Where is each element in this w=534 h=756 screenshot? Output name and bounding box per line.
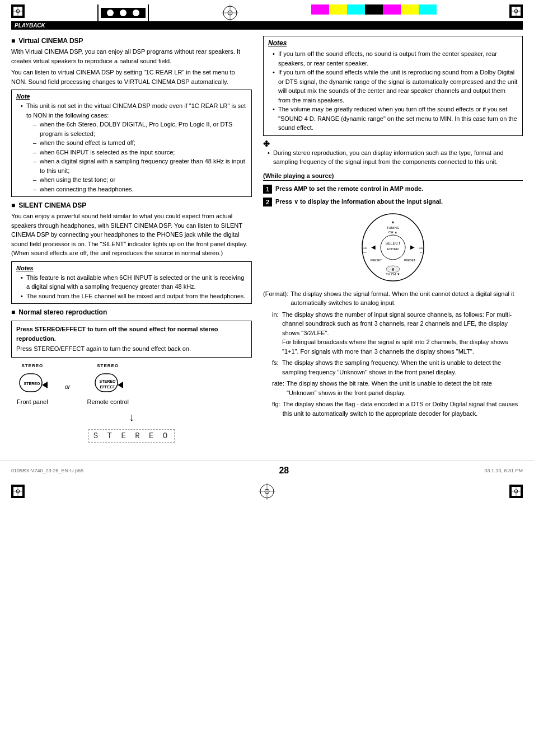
reg-marks-left (11, 4, 25, 18)
page: PLAYBACK Virtual CINEMA DSP With Virtual… (0, 0, 534, 756)
fs-text: The display shows the sampling frequency… (282, 358, 523, 377)
remote-control-svg: ▲ TUNING CH ▲ CH — CH + SELECT ENTER (348, 211, 438, 284)
tip-section: ✤ During stereo reproduction, you can di… (263, 139, 523, 167)
note-item-1: If you turn off the sound effects, no so… (273, 49, 518, 68)
sub-item: when connecting the headphones. (33, 185, 247, 194)
normal-stereo-title: Normal stereo reproduction (11, 308, 252, 316)
stereo-display: S T E R E O (11, 425, 252, 447)
svg-text:ENTER: ENTER (387, 247, 399, 251)
virtual-cinema-para2: You can listen to virtual CINEMA DSP by … (11, 68, 252, 86)
step-2: 2 Press ∨ to display the information abo… (263, 197, 523, 206)
right-notes-list: If you turn off the sound effects, no so… (268, 49, 518, 133)
rate-item: rate: The display shows the bit rate. Wh… (263, 379, 523, 397)
black-block (365, 4, 383, 15)
magenta-block2 (383, 4, 401, 15)
stereo-instruction: Press STEREO/EFFECT to turn off the soun… (16, 325, 247, 343)
section-label: PLAYBACK (15, 22, 45, 29)
main-content: Virtual CINEMA DSP With Virtual CINEMA D… (0, 30, 534, 449)
in-text: The display shows the number of input si… (282, 310, 523, 356)
remote-control-icon: STEREO STEREO EFFECT Remote control (87, 363, 129, 405)
stereo-instruction-sub: Press STEREO/EFFECT again to turn the so… (16, 344, 247, 354)
bottom-reg-left (11, 485, 25, 499)
bottom-reg-right (509, 485, 523, 499)
svg-text:+: + (420, 251, 422, 254)
sub-item: when the 6ch Stereo, DOLBY DIGITAL, Pro … (33, 120, 247, 138)
press-chevron-icon: ∨ (294, 198, 300, 205)
remote-stereo-svg: STEREO EFFECT (92, 369, 123, 397)
rate-text: The display shows the bit rate. When the… (287, 379, 523, 397)
stereo-label-top: STEREO (21, 363, 43, 368)
virtual-cinema-title: Virtual CINEMA DSP (11, 37, 252, 45)
svg-text:SELECT: SELECT (385, 241, 401, 245)
remote-diagram: ▲ TUNING CH ▲ CH — CH + SELECT ENTER (263, 211, 523, 285)
in-label: in: (263, 310, 280, 356)
top-registration-bar (97, 4, 149, 21)
svg-marker-24 (118, 382, 123, 388)
svg-text:CH: CH (419, 246, 424, 250)
sub-item: when a digital signal with a sampling fr… (33, 157, 247, 175)
format-label: (Format): (263, 289, 288, 308)
svg-text:TV CH ▼: TV CH ▼ (386, 273, 400, 276)
while-playing-heading: (While playing a source) (263, 172, 523, 181)
right-column: Notes If you turn off the sound effects,… (263, 32, 523, 449)
format-descriptions: (Format): The display shows the signal f… (263, 289, 523, 419)
cyan-block2 (419, 4, 437, 15)
arrow-down-icon: ↓ (11, 411, 252, 424)
display-text: S T E R E O (88, 429, 175, 443)
flg-item: flg: The display shows the flag - data e… (263, 400, 523, 418)
svg-text:▲: ▲ (391, 220, 395, 224)
yellow-block (329, 4, 347, 15)
notes-title: Notes (16, 265, 247, 271)
svg-marker-20 (42, 382, 48, 388)
svg-text:STEREO: STEREO (24, 382, 40, 386)
or-text: or (65, 378, 71, 390)
step-2-text: Press ∨ to display the information about… (275, 197, 443, 206)
cyan-block (347, 4, 365, 15)
svg-text:CH ▲: CH ▲ (388, 231, 397, 234)
step-2-num: 2 (263, 198, 272, 206)
crosshair-icon (11, 4, 25, 18)
fs-item: fs: The display shows the sampling frequ… (263, 358, 523, 377)
silent-cinema-title: SILENT CINEMA DSP (11, 201, 252, 209)
tip-item: During stereo reproduction, you can disp… (268, 148, 523, 167)
center-crosshair (222, 4, 238, 21)
right-notes-title: Notes (268, 39, 518, 47)
sub-list: when the 6ch Stereo, DOLBY DIGITAL, Pro … (26, 120, 247, 194)
step-1-text: Press AMP to set the remote control in A… (275, 184, 423, 194)
in-item: in: The display shows the number of inpu… (263, 310, 523, 356)
note-list: This unit is not set in the virtual CINE… (16, 101, 247, 194)
color-bar-top (311, 4, 437, 15)
svg-text:PRESET: PRESET (371, 259, 382, 262)
stereo-label-remote: STEREO (97, 363, 119, 368)
sub-item: when the sound effect is turned off; (33, 138, 247, 148)
virtual-cinema-para1: With Virtual CINEMA DSP, you can enjoy a… (11, 47, 252, 65)
svg-text:STEREO: STEREO (100, 379, 116, 383)
sub-item: when 6CH INPUT is selected as the input … (33, 148, 247, 157)
page-number: 28 (279, 466, 289, 476)
svg-text:∨: ∨ (391, 267, 395, 272)
silent-cinema-para1: You can enjoy a powerful sound field sim… (11, 212, 252, 258)
fs-label: fs: (263, 358, 280, 377)
stereo-instruction-box: Press STEREO/EFFECT to turn off the soun… (11, 321, 252, 358)
notes-list: This feature is not available when 6CH I… (16, 273, 247, 301)
svg-text:—: — (363, 251, 367, 254)
virtual-cinema-note: Note This unit is not set in the virtual… (11, 90, 252, 197)
svg-text:CH: CH (363, 246, 368, 250)
footer-file-right: 03.1.10, 6:31 PM (484, 468, 523, 473)
tip-symbol: ✤ (263, 139, 270, 148)
note-item: This unit is not set in the virtual CINE… (21, 101, 247, 194)
remote-control-label: Remote control (87, 398, 129, 405)
note-item-3: The volume may be greatly reduced when y… (273, 105, 518, 133)
step-1-num: 1 (263, 185, 272, 194)
note-item: The sound from the LFE channel will be m… (21, 292, 247, 301)
note-title: Note (16, 93, 247, 100)
footer-file-left: 0105RX-V740_23-28_EN-U.p65 (11, 468, 83, 473)
front-panel-label: Front panel (17, 398, 48, 405)
sub-item: when using the test tone; or (33, 175, 247, 185)
left-column: Virtual CINEMA DSP With Virtual CINEMA D… (11, 32, 252, 449)
right-notes-box: Notes If you turn off the sound effects,… (263, 36, 523, 136)
silent-cinema-notes: Notes This feature is not available when… (11, 261, 252, 304)
flg-label: flg: (263, 400, 280, 418)
svg-text:◀: ◀ (371, 244, 376, 250)
svg-text:PRESET: PRESET (404, 259, 415, 262)
